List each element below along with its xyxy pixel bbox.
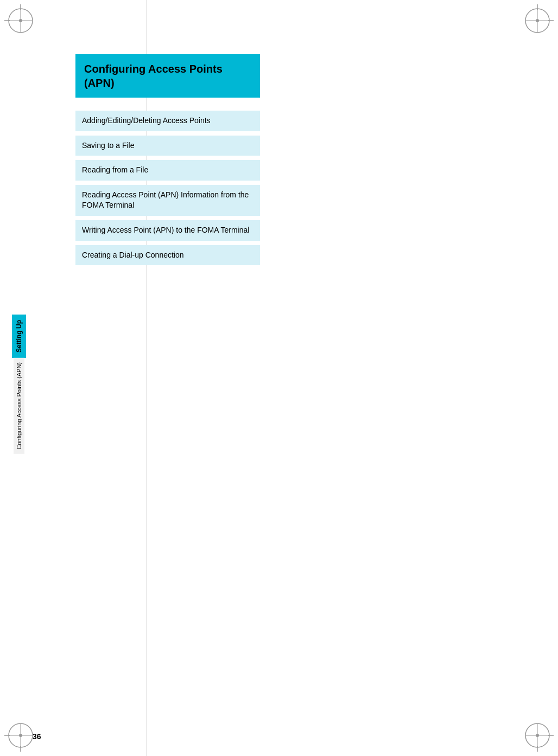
page-title: Configuring Access Points (APN)	[84, 63, 223, 89]
menu-item-creating-dialup[interactable]: Creating a Dial-up Connection	[75, 245, 260, 266]
page-title-box: Configuring Access Points (APN)	[75, 54, 260, 98]
menu-item-writing-apn[interactable]: Writing Access Point (APN) to the FOMA T…	[75, 220, 260, 241]
corner-decoration-br	[521, 719, 554, 752]
side-label-container: Setting Up Configuring Access Points (AP…	[12, 315, 26, 454]
menu-list: Adding/Editing/Deleting Access Points Sa…	[75, 111, 282, 265]
menu-item-saving-to-file[interactable]: Saving to a File	[75, 136, 260, 156]
side-tab-setting-up: Setting Up	[12, 315, 26, 358]
corner-decoration-tr	[521, 4, 554, 37]
side-label-section: Configuring Access Points (APN)	[14, 358, 24, 454]
main-content-area: Configuring Access Points (APN) Adding/E…	[75, 54, 282, 265]
menu-item-adding-editing-deleting[interactable]: Adding/Editing/Deleting Access Points	[75, 111, 260, 131]
corner-decoration-tl	[4, 4, 37, 37]
page-number: 36	[33, 732, 41, 741]
menu-item-reading-from-file[interactable]: Reading from a File	[75, 160, 260, 181]
corner-decoration-bl	[4, 719, 37, 752]
menu-item-reading-apn-info[interactable]: Reading Access Point (APN) Information f…	[75, 185, 260, 216]
